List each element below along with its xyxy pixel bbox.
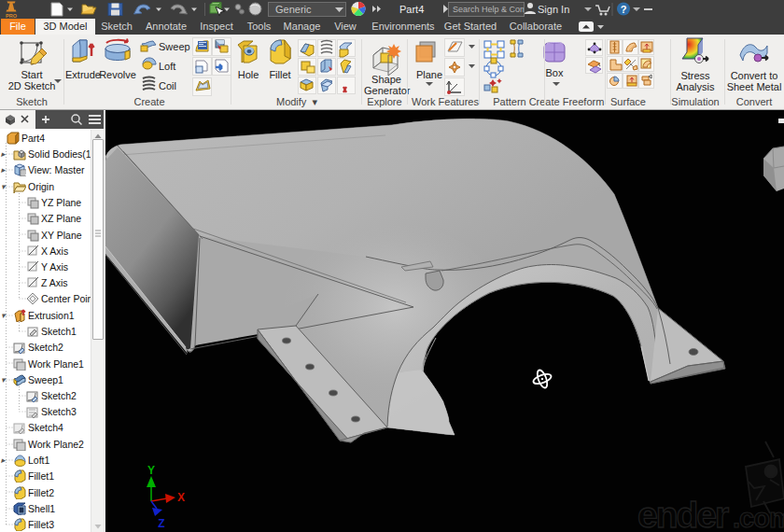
svg-text:.com.b: .com.b	[733, 503, 784, 532]
svg-text:Y: Y	[147, 464, 155, 477]
svg-text:X: X	[177, 491, 185, 504]
svg-text:PRO: PRO	[6, 13, 18, 19]
svg-text:Z: Z	[158, 517, 164, 530]
svg-text:ender: ender	[637, 495, 729, 532]
svg-text:?: ?	[621, 4, 627, 15]
